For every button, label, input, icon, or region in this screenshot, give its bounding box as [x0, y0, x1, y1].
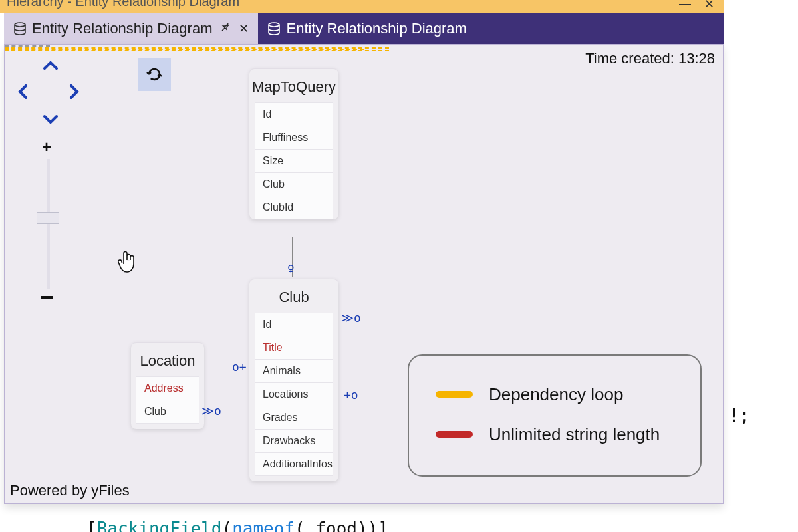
- pan-controls: [11, 58, 91, 138]
- database-icon: [13, 22, 27, 35]
- legend-item: Unlimited string length: [409, 414, 700, 454]
- code-fragment: [BackingField(nameof( food))]: [86, 519, 388, 532]
- pan-up-button[interactable]: [43, 58, 58, 75]
- close-icon[interactable]: ✕: [239, 21, 249, 36]
- entity-field[interactable]: AdditionalInfos: [255, 452, 333, 476]
- legend-swatch-yellow: [436, 391, 473, 398]
- close-button[interactable]: ✕: [704, 0, 714, 11]
- relationship-endpoint-icon: ≫o: [201, 404, 221, 418]
- entity-field[interactable]: Title: [255, 336, 333, 360]
- relationship-endpoint-icon: ≫o: [341, 311, 361, 325]
- entity-title: Location: [131, 343, 204, 376]
- entity-field[interactable]: Size: [255, 149, 333, 173]
- minimize-button[interactable]: —: [679, 0, 691, 11]
- pan-right-button[interactable]: [68, 84, 79, 103]
- entity-field[interactable]: Animals: [255, 359, 333, 383]
- database-icon: [267, 22, 281, 35]
- legend-label: Dependency loop: [489, 384, 623, 405]
- window-title: Hierarchy - Entity Relationship Diagram: [7, 0, 679, 9]
- entity-field[interactable]: Fluffiness: [255, 126, 333, 150]
- tab-label: Entity Relationship Diagram: [32, 20, 212, 37]
- diagram-viewer[interactable]: Time created: 13:28 + MapToQuery Id Fluf…: [4, 44, 724, 504]
- pointer-cursor-icon: [116, 249, 139, 281]
- relationship-endpoint-icon: o+: [232, 360, 247, 374]
- entity-field[interactable]: Address: [136, 376, 199, 400]
- relationship-endpoint-icon: +o: [344, 388, 358, 402]
- entity-title: Club: [249, 279, 338, 313]
- tab-erd-active[interactable]: Entity Relationship Diagram ✕: [4, 13, 258, 44]
- entity-club[interactable]: Club Id Title Animals Locations Grades D…: [249, 279, 338, 481]
- entity-location[interactable]: Location Address Club: [131, 342, 204, 429]
- entity-maptoquery[interactable]: MapToQuery Id Fluffiness Size Club ClubI…: [249, 68, 338, 219]
- zoom-out-button[interactable]: [41, 296, 53, 299]
- zoom-slider-track[interactable]: [47, 159, 50, 289]
- pan-down-button[interactable]: [43, 111, 58, 128]
- svg-point-1: [269, 23, 279, 27]
- tab-erd-inactive[interactable]: Entity Relationship Diagram: [258, 13, 475, 44]
- code-fragment-stray: !;: [729, 406, 749, 426]
- refresh-button[interactable]: [138, 58, 171, 91]
- document-tabstrip: Entity Relationship Diagram ✕ Entity Rel…: [4, 13, 724, 44]
- entity-field[interactable]: Drawbacks: [255, 429, 333, 453]
- legend-label: Unlimited string length: [489, 424, 660, 445]
- window-titlebar: Hierarchy - Entity Relationship Diagram …: [0, 0, 724, 13]
- relationship-endpoint-icon: ♀: [287, 261, 295, 275]
- legend-swatch-red: [436, 431, 473, 438]
- time-created-label: Time created: 13:28: [585, 50, 715, 67]
- entity-field[interactable]: ClubId: [255, 196, 333, 219]
- pan-left-button[interactable]: [18, 84, 29, 103]
- entity-field[interactable]: Club: [255, 172, 333, 196]
- legend-item: Dependency loop: [409, 374, 700, 414]
- powered-by-label: Powered by yFiles: [10, 482, 130, 499]
- svg-point-0: [15, 23, 25, 27]
- zoom-in-button[interactable]: +: [42, 138, 51, 156]
- zoom-slider-thumb[interactable]: [37, 212, 59, 224]
- dependency-loop-line: [5, 50, 389, 51]
- entity-field[interactable]: Id: [255, 102, 333, 126]
- entity-field[interactable]: Locations: [255, 382, 333, 406]
- entity-title: MapToQuery: [249, 69, 338, 102]
- pin-icon[interactable]: [220, 22, 231, 36]
- tab-label: Entity Relationship Diagram: [286, 20, 466, 37]
- entity-field[interactable]: Club: [136, 400, 199, 424]
- legend-box: Dependency loop Unlimited string length: [408, 354, 702, 477]
- entity-field[interactable]: Id: [255, 313, 333, 336]
- entity-field[interactable]: Grades: [255, 406, 333, 430]
